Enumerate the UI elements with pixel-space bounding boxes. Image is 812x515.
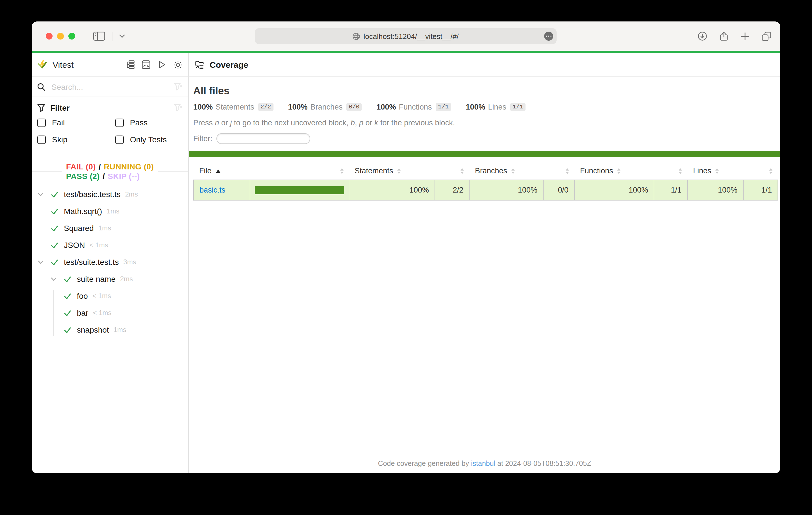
column-header-functions[interactable]: Functions: [574, 162, 654, 180]
fraction-cell: 2/2: [435, 180, 469, 200]
window-controls: [46, 33, 75, 39]
sort-icon[interactable]: [566, 169, 569, 174]
checkbox[interactable]: [115, 135, 124, 144]
test-duration: 1ms: [107, 207, 119, 215]
test-duration: 2ms: [125, 190, 138, 198]
page-settings-button[interactable]: [544, 32, 553, 41]
fraction-cell: 1/1: [654, 180, 688, 200]
coverage-bar-fill: [255, 186, 344, 194]
percent-cell: 100%: [688, 180, 743, 200]
test-tree-item[interactable]: Math.sqrt()1ms: [32, 203, 188, 220]
sort-icon[interactable]: [678, 169, 682, 174]
test-tree: test/basic.test.ts2msMath.sqrt()1msSquar…: [32, 186, 188, 338]
column-header-sorter[interactable]: [654, 162, 688, 180]
istanbul-link[interactable]: istanbul: [471, 460, 495, 467]
keyboard-hint: Press n or j to go to the next uncovered…: [193, 119, 780, 127]
checkbox[interactable]: [37, 118, 46, 127]
chevron-down-icon[interactable]: [119, 34, 125, 38]
filter-option-skip[interactable]: Skip: [37, 131, 115, 148]
pass-count: PASS (2): [66, 172, 100, 181]
sort-icon[interactable]: [460, 169, 464, 174]
sort-icon[interactable]: [511, 169, 515, 174]
tree-chevron-icon[interactable]: [51, 277, 64, 281]
percent-cell: 100%: [574, 180, 654, 200]
tab-overview-icon[interactable]: [762, 31, 771, 41]
coverage-stat-functions: 100%Functions1/1: [376, 103, 451, 111]
dashboard-view-icon[interactable]: [142, 60, 150, 69]
sort-icon[interactable]: [340, 169, 343, 174]
filter-option-fail[interactable]: Fail: [37, 114, 115, 131]
checkbox-label: Fail: [52, 118, 65, 127]
column-header-statements[interactable]: Statements: [349, 162, 435, 180]
url-text: localhost:51204/__vitest__/#/: [364, 32, 459, 40]
column-header-sorter[interactable]: [435, 162, 469, 180]
theme-toggle-icon[interactable]: [173, 60, 182, 69]
test-tree-view-icon[interactable]: [126, 60, 135, 69]
filter-option-pass[interactable]: Pass: [115, 114, 182, 131]
column-header-sorter[interactable]: [743, 162, 778, 180]
sort-icon[interactable]: [715, 169, 719, 174]
close-window-button[interactable]: [46, 33, 53, 39]
tree-chevron-icon[interactable]: [38, 260, 51, 264]
column-header-lines[interactable]: Lines: [688, 162, 743, 180]
tree-indent-guide: [40, 273, 41, 336]
test-pass-check-icon: [51, 208, 64, 215]
test-duration: < 1ms: [90, 241, 108, 249]
checkbox[interactable]: [37, 135, 46, 144]
vitest-sidebar: Vitest: [32, 53, 189, 473]
test-pass-check-icon: [51, 259, 64, 266]
address-bar[interactable]: localhost:51204/__vitest__/#/: [255, 28, 557, 44]
sort-icon[interactable]: [617, 169, 620, 174]
test-pass-check-icon: [51, 241, 64, 249]
test-tree-item[interactable]: bar< 1ms: [32, 304, 188, 321]
column-header-branches[interactable]: Branches: [469, 162, 543, 180]
coverage-bar-cell: [250, 180, 349, 200]
filter-option-only-tests[interactable]: Only Tests: [115, 131, 182, 148]
test-duration: 1ms: [98, 224, 111, 232]
column-header-file[interactable]: File: [194, 162, 250, 180]
file-cell: basic.ts: [194, 180, 250, 200]
fail-count: FAIL (0): [66, 162, 96, 171]
test-tree-item[interactable]: suite name2ms: [32, 271, 188, 287]
sort-icon[interactable]: [769, 169, 772, 174]
downloads-icon[interactable]: [698, 32, 707, 41]
sort-icon[interactable]: [397, 169, 401, 174]
new-tab-icon[interactable]: [741, 32, 749, 40]
share-icon[interactable]: [719, 31, 728, 41]
test-tree-item[interactable]: Squared1ms: [32, 220, 188, 237]
zoom-window-button[interactable]: [68, 33, 75, 39]
test-name: test/basic.test.ts: [64, 190, 121, 199]
vitest-logo-icon: [37, 60, 48, 69]
search-icon: [37, 83, 45, 91]
search-input[interactable]: [50, 82, 174, 92]
test-tree-item[interactable]: test/basic.test.ts2ms: [32, 186, 188, 203]
fraction-cell: 0/0: [543, 180, 574, 200]
run-all-icon[interactable]: [158, 60, 166, 69]
clear-filter-icon[interactable]: [174, 104, 182, 112]
filter-title: Filter: [50, 103, 69, 112]
test-pass-check-icon: [64, 292, 77, 300]
coverage-table: FileStatementsBranchesFunctionsLinesbasi…: [193, 162, 778, 201]
test-tree-item[interactable]: foo< 1ms: [32, 287, 188, 304]
test-pass-check-icon: [51, 190, 64, 198]
filter-options: FailPassSkipOnly Tests: [37, 114, 182, 148]
tree-chevron-icon[interactable]: [38, 192, 51, 196]
clear-search-filter-icon[interactable]: [174, 83, 182, 91]
test-tree-item[interactable]: snapshot1ms: [32, 321, 188, 338]
panel-header: Coverage: [189, 53, 780, 77]
file-link[interactable]: basic.ts: [200, 186, 226, 194]
coverage-stat-statements: 100%Statements2/2: [193, 103, 273, 111]
test-pass-check-icon: [64, 309, 77, 316]
column-header-sorter[interactable]: [543, 162, 574, 180]
checkbox[interactable]: [115, 118, 124, 127]
sidebar-header: Vitest: [32, 53, 188, 77]
run-summary: FAIL (0)/RUNNING (0) PASS (2)/SKIP (--): [32, 162, 188, 181]
minimize-window-button[interactable]: [57, 33, 64, 39]
column-header-sorter[interactable]: [250, 162, 349, 180]
report-filter-input[interactable]: [216, 133, 310, 144]
test-tree-item[interactable]: JSON< 1ms: [32, 237, 188, 253]
percent-cell: 100%: [349, 180, 435, 200]
test-tree-item[interactable]: test/suite.test.ts3ms: [32, 253, 188, 271]
panel-title: Coverage: [210, 60, 248, 69]
sidebar-toggle-icon[interactable]: [93, 32, 105, 41]
